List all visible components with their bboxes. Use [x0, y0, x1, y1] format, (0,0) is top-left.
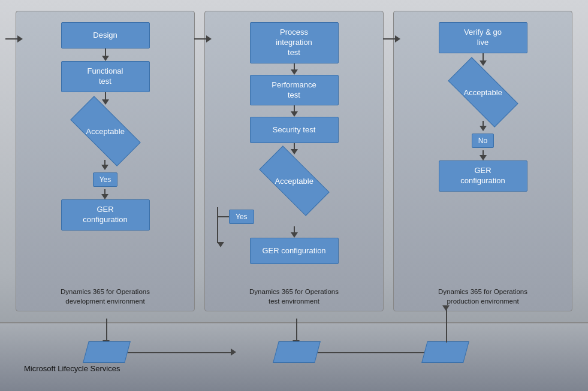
- column-development: Design Functional test Acceptable: [16, 11, 195, 311]
- functional-test-box: Functional test: [61, 61, 150, 92]
- performance-test-box: Performance test: [250, 75, 339, 106]
- arrow-col2-4: [291, 226, 298, 238]
- columns-wrapper: Design Functional test Acceptable: [0, 0, 588, 311]
- column1-label: Dynamics 365 for Operations development …: [16, 287, 194, 306]
- yes-section-2: Yes: [211, 207, 377, 238]
- h-arrow-2-3: [318, 352, 427, 353]
- v-line-col2-bottom: [296, 319, 297, 342]
- ger-config-box-2: GER configuration: [250, 238, 339, 264]
- mls-area: Microsoft Lifecycle Services: [0, 322, 588, 391]
- h-arrow-1-2: [128, 352, 233, 353]
- acceptable-diamond-1: Acceptable: [73, 107, 138, 155]
- security-test-box: Security test: [250, 117, 339, 143]
- ger-config-box-3: GER configuration: [439, 160, 527, 192]
- parallelogram-2: [273, 341, 321, 363]
- column-production: Verify & go live Acceptable No: [393, 11, 572, 311]
- arrow-col3-1: [480, 53, 487, 66]
- ger-config-box-1: GER configuration: [61, 199, 150, 231]
- parallelogram-1: [83, 341, 131, 363]
- verify-box: Verify & go live: [439, 22, 527, 53]
- column3-label: Dynamics 365 for Operations production e…: [394, 287, 572, 306]
- arrow-col2-1: [291, 63, 298, 75]
- incoming-arrow-3: [383, 35, 400, 43]
- incoming-arrow-2: [194, 35, 212, 43]
- parallelograms-row: [0, 323, 588, 359]
- v-line-col3-up: [446, 307, 447, 342]
- arrowhead-col3-up: [442, 305, 450, 311]
- no-section: No: [472, 121, 494, 160]
- incoming-arrow-1: [5, 35, 23, 43]
- process-integration-box: Process integration test: [250, 22, 339, 63]
- acceptable-diamond-3: Acceptable: [450, 68, 516, 116]
- arrow-1: [102, 49, 109, 61]
- acceptable-diamond-2: Acceptable: [261, 157, 327, 205]
- v-line-col1-bottom: [106, 319, 107, 342]
- no-badge: No: [472, 134, 494, 148]
- yes-section-1: Yes: [93, 160, 118, 199]
- arrow-col2-3: [291, 143, 298, 154]
- arrow-2: [102, 92, 109, 105]
- arrow-col2-2: [291, 105, 298, 117]
- mls-label-text: Microsoft Lifecycle Services: [12, 360, 132, 378]
- column-test: Process integration test Performance tes…: [204, 11, 384, 311]
- yes-badge-2: Yes: [229, 210, 254, 224]
- design-box: Design: [61, 22, 150, 49]
- main-wrapper: Design Functional test Acceptable: [0, 0, 588, 391]
- arrowhead-h-1-2: [231, 348, 236, 356]
- parallelogram-3: [421, 341, 469, 363]
- column2-label: Dynamics 365 for Operations test environ…: [205, 287, 383, 306]
- yes-badge-1: Yes: [93, 172, 118, 187]
